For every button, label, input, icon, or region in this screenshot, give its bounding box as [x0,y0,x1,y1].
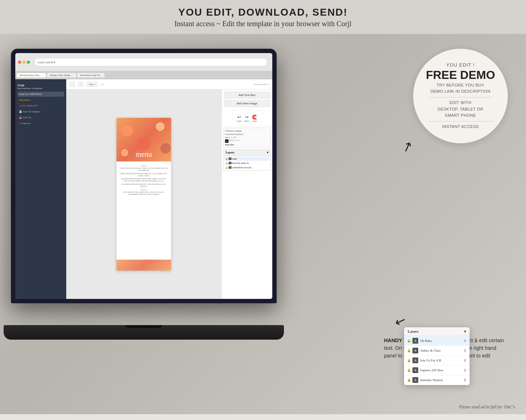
dot-close[interactable] [18,61,21,64]
add-new-image-button[interactable]: Add New Image [224,100,270,107]
menu-body: entree CRISPY PEKING DUCK ROLL: SWEET & … [116,161,171,199]
layer-row-saturday[interactable]: 🔒 A SATURDAY AUGUS... [224,165,270,169]
toolbar-page[interactable]: Page 1 [87,82,98,87]
layer-label-2: Ashley & Chris [420,349,463,352]
sidebar-incomplete[interactable]: ⚠ INCOMPLETE [17,103,64,108]
layer-oh-baby[interactable]: 🔒 A Oh Baby 🗑 [404,336,470,346]
corjl-logo: Corjl. MockupParty Templates [17,81,64,89]
menu-footer-decoration [116,260,171,271]
sidebar-help[interactable]: help feed it [17,97,64,103]
layer-saturday[interactable]: 🔒 A Saturday SEptem 🗑 [404,375,470,385]
layer-type-icon-3: A [412,357,418,363]
layers-list: 🔒 A Andy 🔒 A PLEASE JOIN US [224,156,270,171]
layer-type-icon-5: A [412,377,418,383]
layer-type-icon-4: A [412,367,418,373]
badge-you-edit: YOU EDIT ! [446,62,475,68]
panel-icons-row: ↩ Undo ↪ Redo 🧲 [224,113,270,124]
menu-title-text: menu [116,150,171,159]
top-banner: YOU EDIT, DOWNLOAD, SEND! Instant access… [0,0,526,34]
add-text-box-button[interactable]: Add Text Box [224,92,270,99]
footer-note: Please read ad in full for T&C's [459,404,515,410]
sidebar-save2[interactable]: 📥 Save To [17,115,64,120]
menu-item-2: HONEY MARINATED CHICKEN: BREADY CUTS CAR… [119,173,169,177]
lock-icon-3: 🔒 [407,359,411,362]
sidebar-approve[interactable]: ✓ Approve [17,121,64,126]
browser-tab-3[interactable]: Free Forst Corjl Te... [77,73,104,77]
laptop-screen-inner: corjl.com/d/4 Mockup Party Templa... Des… [15,53,272,299]
layer-supinos[interactable]: 🔒 A Supinos 250 New 🗑 [404,365,470,375]
layers-panel-floating: Layers ▾ 🔒 A Oh Baby 🗑 🔒 A Ashley & Chri… [404,327,470,385]
toolbar-zoom-in[interactable]: + [78,82,84,87]
font-selector[interactable]: Garamond Regular ▾ [225,133,269,135]
browser-dots [18,61,30,64]
snap-icon[interactable]: 🧲 Snap [252,115,257,122]
browser-chrome: corjl.com/d/4 [15,53,272,71]
corjl-logo-sub: MockupParty Templates [17,87,64,89]
badge-smartphone: SMART PHONE [445,112,476,119]
layer-row-1[interactable]: 🔒 A Andy [224,157,270,161]
sub-title: Instant access ~ Edit the template in yo… [7,20,519,28]
badge-try-before: TRY BEFORE YOU BUY [436,82,484,89]
menu-item-1: CRISPY PEKING DUCK ROLL: SWEET & SOUR CH… [119,167,169,172]
sidebar-order[interactable]: Order Id: 1509758194 [17,92,64,97]
lock-icon-5: 🔒 [407,378,411,382]
delete-layer-icon-5[interactable]: 🗑 [463,378,467,382]
format-buttons: B I U ≡ ≡ ≡ [225,139,269,143]
layer-label-5: Saturday SEptem [420,378,463,382]
menu-entree: entree [119,165,169,167]
menu-item-5: DE-CONSTRUCTED LAMINGTON: COCONUT GELATO… [119,191,169,196]
badge-demo-link: DEMO LINK IN DESCRIPTION [431,88,491,95]
laptop-notch [126,325,162,328]
corjl-main: − + Page 1 1/1 best-font ♦ 1/1 [66,79,272,299]
delete-layer-icon-3[interactable]: 🗑 [463,359,467,362]
menu-card: menu entree CRISPY PEKING DUCK ROLL: SWE… [116,118,171,271]
layer-label: Oh Baby [420,339,463,343]
browser-tabs: Mockup Party Templa... Design Suite: Bri… [15,71,272,79]
layer-row-pleasejoin[interactable]: 🔒 A PLEASE JOIN US [224,161,270,165]
style-text-label: Style Text [225,144,269,146]
font-size-row: Hei ▾ % TT [225,136,269,139]
lock-icon: 🔒 [407,339,411,343]
browser-tab-2[interactable]: Design Suite: Bridget... [47,73,76,77]
menu-dessert: dessert [119,189,169,191]
toolbar-zoom-out[interactable]: − [69,82,75,87]
corjl-canvas-area: menu entree CRISPY PEKING DUCK ROLL: SWE… [66,89,272,299]
sidebar-save[interactable]: 💾 Save To Original [17,109,64,114]
layer-label-4: Supinos 250 New [420,368,463,372]
lock-icon-4: 🔒 [407,368,411,372]
url-text: corjl.com/d/4 [37,60,55,64]
resize-image-label: ☐ Resize as Image [225,129,269,132]
dot-minimize[interactable] [23,61,25,64]
laptop-wrapper: corjl.com/d/4 Mockup Party Templa... Des… [11,49,295,361]
main-area: corjl.com/d/4 Mockup Party Templa... Des… [0,34,526,414]
color-swatch[interactable] [225,139,229,143]
delete-layer-icon[interactable]: 🗑 [463,339,467,343]
laptop-screen: corjl.com/d/4 Mockup Party Templa... Des… [11,49,277,303]
delete-layer-icon-4[interactable]: 🗑 [463,368,467,372]
layer-type-icon: A [412,338,418,344]
lock-icon-2: 🔒 [407,349,411,352]
menu-item-3: BRAISED BONELESS BEEF SHORT RIBS: ARBOL,… [119,178,169,182]
dot-maximize[interactable] [27,61,30,64]
menu-card-header: menu [116,118,171,161]
toolbar-page-count: 1/1 [101,83,104,86]
layer-join-us[interactable]: 🔒 A Join Us For A B 🗑 [404,356,470,365]
toolbar-best-fit: best-font ♦ 1/1 [254,83,269,86]
redo-icon[interactable]: ↪ Redo [244,115,249,122]
text-format-panel: ☐ Resize as Image Garamond Regular ▾ Hei… [223,128,271,148]
layer-type-icon-2: A [412,348,418,353]
layers-panel-header: Layers ▾ [404,327,470,336]
browser-tab-1[interactable]: Mockup Party Templa... [17,73,46,77]
layers-header: Layers ▾ [224,149,270,156]
browser-url-bar[interactable]: corjl.com/d/4 [34,58,267,66]
delete-layer-icon-2[interactable]: 🗑 [463,349,467,352]
menu-item-4: PAN FRIED BARRAMUNDI FILET: GRILLED ASPA… [119,183,169,188]
corjl-toolbar: − + Page 1 1/1 best-font ♦ 1/1 [66,79,272,89]
badge-divider-1 [428,97,493,97]
panel-buttons: Add Text Box Add New Image [222,89,272,111]
layer-ashley-chris[interactable]: 🔒 A Ashley & Chris 🗑 [404,346,470,356]
canvas-center[interactable]: menu entree CRISPY PEKING DUCK ROLL: SWE… [66,89,221,299]
circle-badge: YOU EDIT ! FREE DEMO TRY BEFORE YOU BUY … [413,49,508,143]
layers-title: Layers [408,329,418,333]
undo-icon[interactable]: ↩ Undo [237,115,241,122]
